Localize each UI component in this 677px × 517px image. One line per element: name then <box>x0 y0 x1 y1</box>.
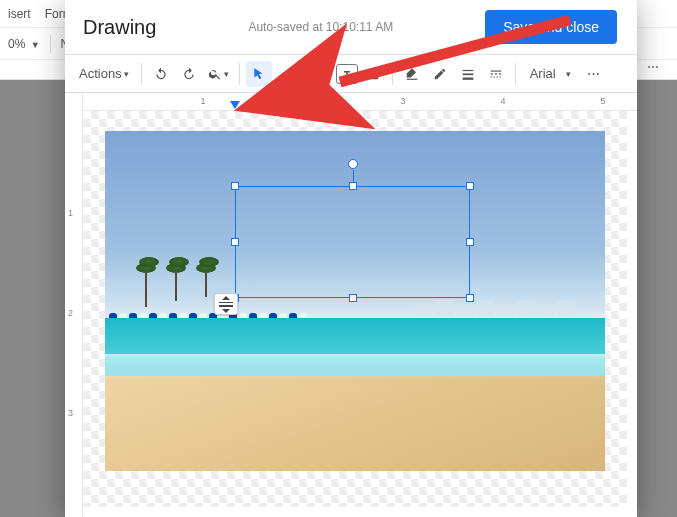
resize-handle-n[interactable] <box>349 182 357 190</box>
divider <box>392 63 393 85</box>
svg-rect-6 <box>490 70 501 71</box>
divider <box>515 63 516 85</box>
modal-header: Drawing Auto-saved at 10:10:11 AM Save a… <box>65 0 637 54</box>
save-and-close-button[interactable]: Save and close <box>485 10 617 44</box>
svg-rect-8 <box>494 73 496 74</box>
resize-handle-s[interactable] <box>349 294 357 302</box>
line-tool[interactable]: ▾ <box>274 61 303 87</box>
resize-handle-se[interactable] <box>466 294 474 302</box>
text-box-selection[interactable] <box>235 186 470 298</box>
autofit-indicator[interactable] <box>214 293 238 315</box>
svg-rect-9 <box>499 73 501 74</box>
autosave-status: Auto-saved at 10:10:11 AM <box>248 20 393 34</box>
svg-rect-13 <box>499 76 500 77</box>
modal-title: Drawing <box>83 16 156 39</box>
svg-rect-12 <box>496 76 497 77</box>
svg-rect-11 <box>493 76 494 77</box>
svg-rect-5 <box>462 77 473 79</box>
redo-icon[interactable] <box>176 61 202 87</box>
resize-handle-nw[interactable] <box>231 182 239 190</box>
sand-region <box>105 376 605 471</box>
fill-color-icon[interactable] <box>399 61 425 87</box>
border-dash-icon[interactable] <box>483 61 509 87</box>
more-toolbar-icon[interactable]: ⋯ <box>581 61 607 87</box>
drawing-modal: Drawing Auto-saved at 10:10:11 AM Save a… <box>65 0 637 517</box>
resize-handle-ne[interactable] <box>466 182 474 190</box>
palm-tree <box>145 267 147 307</box>
svg-rect-7 <box>490 73 492 74</box>
city-skyline <box>415 298 575 316</box>
resize-handle-e[interactable] <box>466 238 474 246</box>
svg-rect-1 <box>314 72 320 78</box>
ruler-indent-marker[interactable] <box>230 101 240 109</box>
select-tool[interactable] <box>246 61 272 87</box>
actions-menu[interactable]: Actions▾ <box>73 61 135 87</box>
drawing-toolbar: Actions▾ ▾ ▾ ▾ <box>65 55 637 93</box>
border-weight-icon[interactable] <box>455 61 481 87</box>
text-box-tool[interactable] <box>336 64 358 84</box>
shape-tool[interactable]: ▾ <box>305 61 334 87</box>
border-color-icon[interactable] <box>427 61 453 87</box>
zoom-level[interactable]: 0% ▼ <box>8 37 40 51</box>
svg-rect-4 <box>462 73 473 75</box>
menu-insert[interactable]: isert <box>8 7 31 21</box>
zoom-menu[interactable]: ▾ <box>204 61 233 87</box>
canvas-area: 1 2 3 1 2 3 4 5 <box>65 93 637 517</box>
svg-rect-2 <box>406 78 417 79</box>
palm-tree <box>205 267 207 297</box>
more-icon[interactable]: ⋯ <box>647 60 659 74</box>
divider <box>141 63 142 85</box>
divider <box>239 63 240 85</box>
rotate-handle[interactable] <box>348 159 358 169</box>
resize-handle-w[interactable] <box>231 238 239 246</box>
image-tool[interactable] <box>360 61 386 87</box>
undo-icon[interactable] <box>148 61 174 87</box>
divider <box>50 35 51 53</box>
palm-tree <box>175 267 177 301</box>
font-select[interactable]: Arial▾ <box>522 61 579 87</box>
svg-rect-10 <box>490 76 491 77</box>
horizontal-ruler[interactable]: 1 2 3 4 5 <box>83 93 637 111</box>
vertical-ruler[interactable]: 1 2 3 <box>65 93 83 517</box>
svg-rect-3 <box>462 69 473 70</box>
drawing-canvas[interactable] <box>83 111 627 507</box>
